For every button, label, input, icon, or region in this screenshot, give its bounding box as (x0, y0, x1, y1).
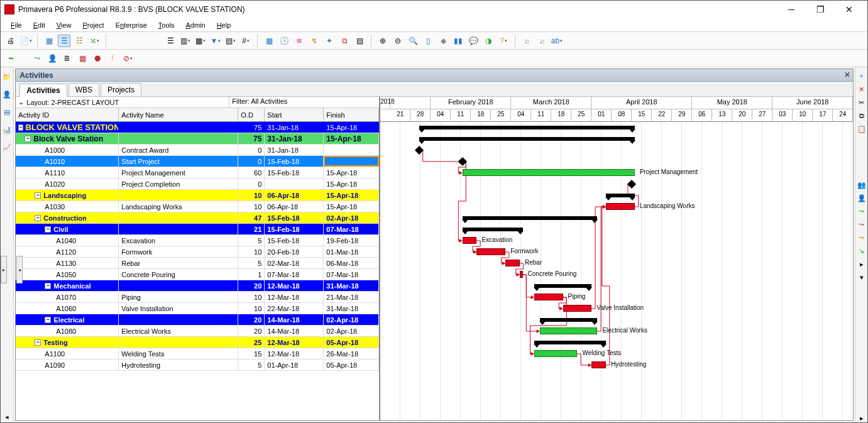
assign-code-icon[interactable]: ⤳ (859, 234, 864, 242)
tab-wbs[interactable]: WBS (69, 83, 99, 96)
view-trace-icon[interactable]: ⤭ (88, 35, 101, 47)
gantt-bar[interactable] (520, 271, 523, 278)
store-period-icon[interactable]: ▤ (353, 35, 366, 47)
assign-role-icon[interactable]: ⤳ (859, 221, 864, 229)
assign-resource-icon[interactable]: ⤳ (859, 207, 864, 216)
collapse-all-icon[interactable]: ◆ (437, 35, 449, 47)
paste-icon[interactable]: 📋 (857, 125, 866, 133)
zoom-fit-icon[interactable]: 🔍 (407, 35, 419, 47)
print-icon[interactable]: 🖨 (4, 35, 17, 47)
view-activities-icon[interactable]: ▦ (43, 35, 55, 47)
gantt-bar[interactable] (540, 327, 597, 334)
menu-project[interactable]: Project (77, 20, 109, 30)
collapse-icon[interactable]: − (45, 226, 51, 233)
resource-usage-icon[interactable]: 👥 (857, 181, 866, 189)
summary-bar[interactable] (463, 216, 598, 220)
reports-side-icon[interactable]: ▤ (1, 106, 13, 118)
zoom-out-icon[interactable]: ⊖ (392, 35, 404, 47)
add-activity-icon[interactable]: ＋ (858, 71, 865, 80)
menu-edit[interactable]: Edit (28, 20, 50, 30)
columns-icon[interactable]: ▥ (179, 35, 192, 47)
table-row[interactable]: −Landscaping1006-Apr-1815-Apr-18 (16, 190, 379, 201)
wbs-side-icon[interactable]: 📈 (1, 141, 13, 153)
cut-icon[interactable]: ✂ (859, 99, 864, 107)
menu-view[interactable]: View (52, 20, 77, 30)
summary-bar[interactable] (534, 284, 591, 288)
summary-bar[interactable] (419, 126, 635, 129)
roles-icon[interactable]: 👤 (46, 52, 58, 65)
table-row[interactable]: −BLOCK VALVE STATION7531-Jan-1815-Apr-18 (16, 122, 379, 133)
milestone[interactable] (458, 157, 467, 166)
table-row[interactable]: A1040Excavation515-Feb-1819-Feb-18 (16, 235, 379, 246)
clock-icon[interactable]: 🕓 (278, 35, 290, 47)
table-row[interactable]: −Civil2115-Feb-1807-Mar-18 (16, 224, 379, 235)
filter-icon[interactable]: ▼ (209, 35, 222, 47)
collapse-icon[interactable]: − (45, 283, 51, 289)
menu-enterprise[interactable]: Enterprise (111, 20, 152, 30)
attachments-icon[interactable]: ◑ (482, 35, 495, 47)
gantt-bar[interactable] (591, 361, 606, 368)
find-next-icon[interactable]: ⌕ (536, 35, 548, 47)
expenses-icon[interactable]: ⬣ (91, 52, 104, 65)
collapse-right-icon[interactable]: ▸ (860, 414, 864, 422)
document-icon[interactable]: 🗎 (61, 52, 74, 65)
panel-close-icon[interactable]: ✕ (844, 70, 850, 79)
summary-bar[interactable] (419, 137, 635, 141)
milestone[interactable] (415, 146, 424, 155)
collapse-icon[interactable]: − (18, 124, 23, 131)
col-activity-name[interactable]: Activity Name (119, 108, 238, 121)
table-row[interactable]: A1010Start Project015-Feb-18 (16, 156, 379, 167)
collapse-right-handle[interactable]: ▸ (1, 256, 7, 283)
col-start[interactable]: Start (265, 108, 324, 121)
table-row[interactable]: A1080Electrical Works2014-Mar-1802-Apr-1… (16, 326, 379, 337)
table-row[interactable]: A1020Project Completion015-Apr-18 (16, 179, 379, 190)
apply-actuals-icon[interactable]: ↯ (308, 35, 321, 47)
collapse-icon[interactable]: − (45, 317, 51, 323)
grid-body[interactable]: −BLOCK VALVE STATION7531-Jan-1815-Apr-18… (16, 122, 379, 420)
menu-admin[interactable]: Admin (180, 20, 210, 30)
group-icon[interactable]: ▤ (224, 35, 237, 47)
predecessors-icon[interactable]: ↘ (859, 247, 864, 255)
close-button[interactable]: ✕ (835, 1, 864, 18)
table-row[interactable]: A1090Hydrotesting501-Apr-1805-Apr-18 (16, 360, 379, 371)
collapse-left-handle[interactable]: ◂ (16, 256, 23, 283)
gantt-bar[interactable] (463, 169, 635, 176)
table-row[interactable]: A1130Rebar502-Mar-1806-Mar-18 (16, 258, 379, 269)
tracking-side-icon[interactable]: 📊 (1, 124, 13, 135)
view-gantt-icon[interactable]: ☰ (58, 35, 70, 47)
summary-bar[interactable] (540, 318, 597, 322)
gantt-body[interactable]: Project ManagementLandscaping WorksExcav… (380, 122, 853, 420)
table-row[interactable]: −Electrical2014-Mar-1802-Apr-18 (16, 314, 379, 326)
resources-side-icon[interactable]: 👤 (1, 89, 13, 100)
gantt-bar[interactable] (563, 305, 592, 312)
col-activity-id[interactable]: Activity ID (16, 108, 119, 121)
maximize-button[interactable]: ❐ (806, 1, 835, 18)
col-od[interactable]: O.D (238, 108, 265, 121)
gantt-bar[interactable] (476, 248, 505, 255)
gantt-bar[interactable] (534, 294, 563, 300)
calc-icon[interactable]: ▦ (76, 52, 89, 65)
activity-usage-icon[interactable]: 👤 (857, 194, 866, 202)
summarize-icon[interactable]: ⧉ (338, 35, 351, 47)
table-row[interactable]: −Testing2512-Mar-1805-Apr-18 (16, 337, 379, 348)
collapse-icon[interactable]: − (35, 339, 41, 346)
expand-all-icon[interactable]: ▯ (422, 35, 434, 47)
zoom-in-icon[interactable]: ⊕ (376, 35, 389, 47)
schedule-icon[interactable]: ▦ (263, 35, 275, 47)
minimize-button[interactable]: ─ (777, 1, 806, 18)
resources-icon[interactable]: ⤳ (31, 52, 43, 65)
table-icon[interactable]: ▦ (194, 35, 207, 47)
menu-tools[interactable]: Tools (153, 20, 180, 30)
milestone[interactable] (627, 180, 636, 189)
table-row[interactable]: A1050Concrete Pouring107-Mar-1807-Mar-18 (16, 269, 379, 280)
print-preview-icon[interactable]: 📄 (19, 35, 32, 47)
recalc-icon[interactable]: ✦ (323, 35, 336, 47)
threshold-icon[interactable]: ⊘ (121, 52, 134, 65)
gantt-bar[interactable] (505, 260, 520, 266)
table-row[interactable]: A1120Formwork1020-Feb-1801-Mar-18 (16, 246, 379, 258)
collapse-icon[interactable]: − (35, 215, 41, 221)
col-finish[interactable]: Finish (324, 108, 379, 121)
table-row[interactable]: A1100Welding Tests1512-Mar-1826-Mar-18 (16, 348, 379, 360)
replace-icon[interactable]: ab (551, 35, 563, 47)
tab-projects[interactable]: Projects (101, 83, 141, 96)
